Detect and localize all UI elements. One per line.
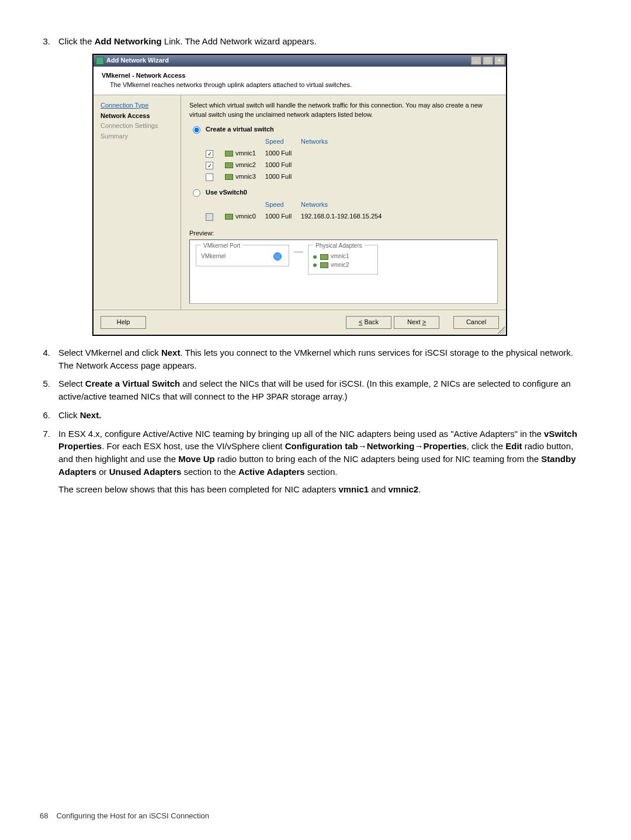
text: Link. The Add Network wizard appears. — [162, 36, 317, 46]
text: section. — [305, 467, 338, 477]
step-body-4: Select VMkernel and click Next. This let… — [58, 346, 578, 372]
text: Select VMkernel and click — [58, 348, 161, 357]
page-section: Configuring the Host for an iSCSI Connec… — [56, 811, 209, 822]
back-button[interactable]: < Back — [346, 316, 391, 329]
help-button[interactable]: Help — [100, 316, 146, 329]
preview-adapter: vmnic1 — [331, 253, 349, 259]
close-button[interactable]: × — [494, 56, 505, 65]
bold-text: Next — [161, 348, 181, 357]
nic-table-use: Speed Networks vmnic0 1000 Full 192.168.… — [204, 199, 391, 223]
wizard-screenshot: Add Network Wizard _ □ × VMkernel - Netw… — [92, 54, 578, 336]
nic-icon — [320, 254, 328, 260]
cancel-button[interactable]: Cancel — [453, 316, 499, 329]
col-speed: Speed — [265, 137, 300, 147]
step-body-3: Click the Add Networking Link. The Add N… — [58, 35, 578, 48]
bold-text: Move Up — [178, 454, 215, 464]
nic-row: ✓ vmnic2 1000 Full — [206, 160, 336, 171]
text: Click — [58, 410, 80, 420]
minimize-button[interactable]: _ — [471, 56, 481, 65]
wizard-steps-sidebar: Connection Type Network Access Connectio… — [93, 95, 181, 310]
nic-name: vmnic3 — [235, 173, 256, 180]
nic-row: ✓ vmnic1 1000 Full — [206, 148, 336, 159]
bold-text: Properties — [423, 441, 466, 451]
text: Click the — [58, 36, 95, 46]
window-titlebar: Add Network Wizard _ □ × — [93, 55, 506, 67]
step-connection-type[interactable]: Connection Type — [100, 101, 176, 110]
text: . For each ESX host, use the VI/vSphere … — [102, 441, 285, 451]
preview-group-physical: Physical Adapters — [313, 242, 365, 249]
bold-text: Create a Virtual Switch — [85, 379, 180, 388]
arrow: → — [358, 441, 367, 451]
nic-speed: 1000 Full — [265, 148, 300, 159]
step-number-3: 3. — [40, 35, 58, 48]
text: Select — [58, 379, 85, 388]
bold-text: Next. — [80, 410, 102, 420]
checkbox-vmnic1[interactable]: ✓ — [206, 150, 213, 158]
step-network-access: Network Access — [100, 112, 176, 121]
bold-text: vmnic2 — [389, 484, 419, 494]
preview-group-vmkernel: VMkernel Port — [201, 242, 242, 249]
checkbox-vmnic2[interactable]: ✓ — [206, 162, 213, 169]
step-body-5: Select Create a Virtual Switch and selec… — [58, 377, 578, 403]
nic-icon — [225, 162, 233, 168]
t: Next — [407, 318, 422, 325]
preview-vmkernel: VMkernel — [201, 253, 226, 259]
bold-text: vmnic1 — [338, 484, 369, 494]
bold-text: Add Networking — [95, 36, 162, 46]
header-title: VMkernel - Network Access — [102, 71, 498, 81]
preview-box: VMkernel Port VMkernel Physical Adapters — [189, 239, 498, 304]
link-dot-icon — [313, 263, 317, 267]
preview-adapter: vmnic2 — [331, 262, 349, 268]
nic-row: vmnic0 1000 Full 192.168.0.1-192.168.15.… — [206, 211, 390, 222]
nic-net: 192.168.0.1-192.168.15.254 — [301, 211, 390, 222]
step-number-6: 6. — [40, 409, 58, 422]
preview-label: Preview: — [189, 229, 498, 238]
text: The screen below shows that this has bee… — [58, 484, 338, 494]
step-connection-settings: Connection Settings — [100, 122, 176, 131]
nic-icon — [225, 214, 233, 220]
nic-speed: 1000 Full — [265, 211, 300, 222]
text: and — [369, 484, 388, 494]
bold-text: Configuration tab — [285, 441, 358, 451]
vmkernel-icon — [273, 252, 282, 261]
link-dot-icon — [313, 255, 317, 259]
resize-grip-icon[interactable] — [498, 327, 505, 334]
checkbox-vmnic0 — [206, 213, 213, 221]
text: . — [418, 484, 421, 494]
radio-use-vswitch0[interactable] — [193, 189, 200, 197]
bold-text: Edit — [505, 441, 522, 451]
page-number: 68 — [40, 811, 48, 822]
nic-table-create: Speed Networks ✓ vmnic1 1000 Full ✓ vmni… — [204, 136, 337, 183]
arrow: → — [414, 441, 423, 451]
checkbox-vmnic3[interactable] — [206, 173, 213, 181]
t: Back — [362, 318, 379, 325]
nic-row: vmnic3 1000 Full — [206, 172, 336, 182]
content-intro: Select which virtual switch will handle … — [189, 101, 498, 120]
text: , click the — [467, 441, 506, 451]
step-body-7: In ESX 4.x, configure Active/Active NIC … — [58, 428, 578, 496]
bold-text: Networking — [367, 441, 415, 451]
maximize-button[interactable]: □ — [483, 56, 493, 65]
nic-speed: 1000 Full — [265, 160, 300, 171]
step-number-5: 5. — [40, 377, 58, 403]
bold-text: Unused Adapters — [109, 467, 182, 477]
nic-icon — [320, 262, 328, 268]
text: section to the — [181, 467, 238, 477]
nic-name: vmnic1 — [235, 150, 256, 157]
col-speed: Speed — [265, 200, 300, 210]
radio-label-use: Use vSwitch0 — [206, 189, 247, 196]
col-networks: Networks — [301, 200, 390, 210]
radio-label-create: Create a virtual switch — [206, 126, 274, 133]
text: or — [96, 467, 109, 477]
radio-create-vswitch[interactable] — [193, 126, 200, 134]
step-body-6: Click Next. — [58, 409, 578, 422]
nic-speed: 1000 Full — [265, 172, 300, 182]
header-subtitle: The VMkernel reaches networks through up… — [110, 81, 498, 90]
step-summary: Summary — [100, 132, 176, 141]
text: radio button to bring each of the NIC ad… — [215, 454, 542, 464]
next-button[interactable]: Next > — [394, 316, 439, 329]
text: In ESX 4.x, configure Active/Active NIC … — [58, 429, 544, 439]
window-title: Add Network Wizard — [106, 56, 169, 65]
nic-icon — [225, 151, 233, 157]
nic-name: vmnic2 — [235, 161, 256, 168]
